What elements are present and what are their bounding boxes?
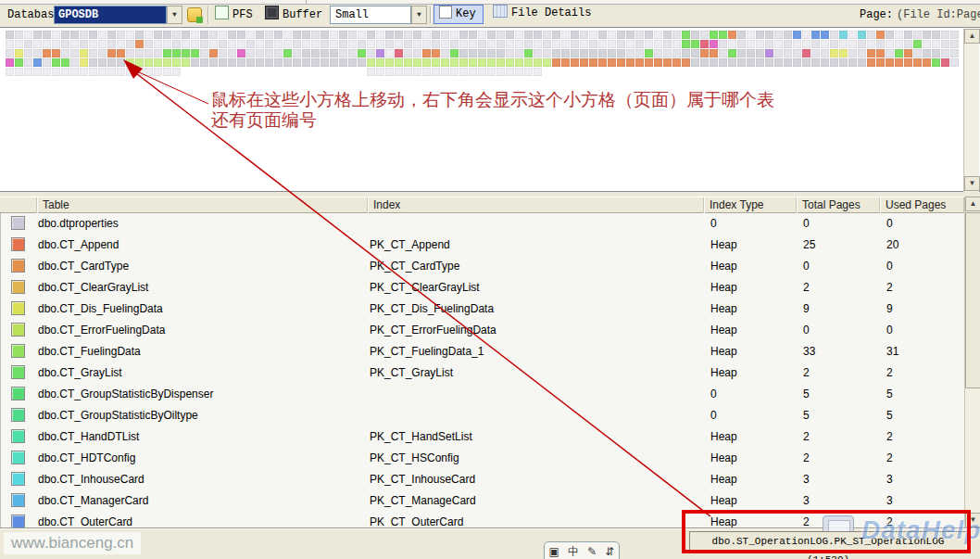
map-page-cell[interactable] (348, 58, 357, 67)
map-page-cell[interactable] (617, 40, 625, 48)
map-page-cell[interactable] (348, 31, 357, 39)
map-page-cell[interactable] (691, 49, 699, 57)
map-page-cell[interactable] (126, 31, 134, 39)
map-page-cell[interactable] (376, 31, 384, 39)
map-page-cell[interactable] (469, 31, 477, 39)
map-page-cell[interactable] (89, 68, 97, 76)
map-page-cell[interactable] (98, 68, 107, 76)
map-scroll-up-icon[interactable]: ▲ (964, 29, 980, 44)
map-page-cell[interactable] (867, 49, 875, 57)
map-page-cell[interactable] (395, 68, 403, 76)
map-page-cell[interactable] (144, 31, 153, 39)
map-page-cell[interactable] (543, 40, 551, 48)
map-page-cell[interactable] (24, 68, 32, 76)
map-page-cell[interactable] (376, 40, 384, 48)
map-page-cell[interactable] (682, 58, 690, 67)
table-scrollbar[interactable]: ▲ ▼ (964, 197, 980, 528)
map-page-cell[interactable] (367, 40, 375, 48)
map-page-cell[interactable] (626, 31, 634, 39)
column-header-table[interactable]: Table (37, 197, 368, 213)
map-page-cell[interactable] (691, 58, 699, 67)
map-page-cell[interactable] (571, 58, 579, 67)
map-page-cell[interactable] (913, 58, 922, 67)
map-page-cell[interactable] (43, 58, 51, 67)
ime-button-icon[interactable]: ⇵ (605, 544, 614, 559)
pfs-toggle[interactable]: PFS (215, 5, 253, 25)
map-page-cell[interactable] (756, 58, 764, 67)
map-page-cell[interactable] (339, 31, 347, 39)
map-page-cell[interactable] (571, 40, 579, 48)
map-page-cell[interactable] (598, 40, 607, 48)
map-page-cell[interactable] (811, 40, 820, 48)
map-page-cell[interactable] (348, 49, 357, 57)
map-page-cell[interactable] (747, 31, 755, 39)
map-page-cell[interactable] (515, 58, 523, 67)
map-page-cell[interactable] (172, 40, 181, 48)
map-page-cell[interactable] (6, 58, 14, 67)
map-page-cell[interactable] (886, 31, 894, 39)
map-page-cell[interactable] (904, 31, 912, 39)
map-page-cell[interactable] (626, 40, 634, 48)
map-page-cell[interactable] (422, 31, 431, 39)
key-toggle-button[interactable]: Key (433, 5, 484, 24)
map-page-cell[interactable] (98, 58, 107, 67)
map-page-cell[interactable] (70, 31, 79, 39)
map-page-cell[interactable] (654, 40, 662, 48)
map-page-cell[interactable] (876, 49, 885, 57)
map-page-cell[interactable] (710, 31, 718, 39)
map-page-cell[interactable] (487, 58, 496, 67)
map-page-cell[interactable] (311, 49, 320, 57)
map-page-cell[interactable] (24, 31, 32, 39)
map-page-cell[interactable] (274, 49, 283, 57)
map-page-cell[interactable] (191, 58, 199, 67)
map-page-cell[interactable] (80, 49, 88, 57)
map-page-cell[interactable] (358, 31, 366, 39)
map-page-cell[interactable] (219, 31, 227, 39)
map-page-cell[interactable] (830, 58, 838, 67)
map-page-cell[interactable] (33, 31, 42, 39)
map-page-cell[interactable] (61, 40, 69, 48)
table-row[interactable]: dbo.CT_GroupStatisticByOiltype055 (1, 405, 964, 426)
map-page-cell[interactable] (265, 31, 273, 39)
map-page-cell[interactable] (496, 31, 505, 39)
map-page-cell[interactable] (589, 31, 597, 39)
map-page-cell[interactable] (941, 49, 949, 57)
map-page-cell[interactable] (793, 40, 801, 48)
map-page-cell[interactable] (293, 31, 301, 39)
map-page-cell[interactable] (580, 31, 588, 39)
map-page-cell[interactable] (98, 49, 107, 57)
map-page-cell[interactable] (404, 58, 412, 67)
map-page-cell[interactable] (376, 49, 384, 57)
map-page-cell[interactable] (339, 40, 347, 48)
map-page-cell[interactable] (821, 49, 829, 57)
map-page-cell[interactable] (144, 58, 153, 67)
map-page-cell[interactable] (385, 40, 394, 48)
map-page-cell[interactable] (534, 49, 542, 57)
map-page-cell[interactable] (395, 40, 403, 48)
map-page-cell[interactable] (302, 58, 310, 67)
map-page-cell[interactable] (932, 31, 940, 39)
map-page-cell[interactable] (774, 31, 783, 39)
column-header-swatch[interactable] (0, 197, 37, 213)
map-page-cell[interactable] (848, 31, 857, 39)
map-page-cell[interactable] (515, 49, 523, 57)
map-scroll-down-icon[interactable]: ▼ (964, 176, 980, 191)
map-page-cell[interactable] (487, 40, 496, 48)
map-page-cell[interactable] (737, 49, 746, 57)
map-page-cell[interactable] (256, 58, 264, 67)
map-page-cell[interactable] (932, 40, 940, 48)
map-page-cell[interactable] (89, 49, 97, 57)
map-page-cell[interactable] (941, 40, 949, 48)
map-page-cell[interactable] (923, 40, 931, 48)
map-page-cell[interactable] (6, 31, 14, 39)
map-page-cell[interactable] (385, 58, 394, 67)
table-row[interactable]: dbo.CT_InhouseCardPK_CT_InhouseCardHeap3… (1, 469, 964, 490)
map-page-cell[interactable] (395, 31, 403, 39)
map-page-cell[interactable] (737, 40, 746, 48)
map-page-cell[interactable] (320, 40, 329, 48)
map-page-cell[interactable] (459, 58, 468, 67)
map-page-cell[interactable] (219, 40, 227, 48)
map-page-cell[interactable] (126, 40, 134, 48)
map-page-cell[interactable] (135, 40, 144, 48)
map-page-cell[interactable] (52, 49, 60, 57)
